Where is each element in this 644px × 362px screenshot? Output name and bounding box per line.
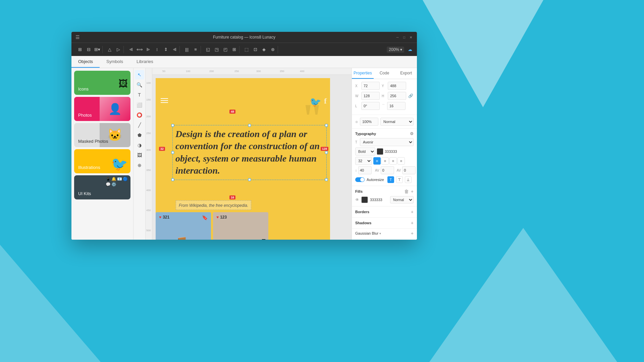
zoom-control[interactable]: 200% ▾ [387, 47, 404, 53]
fills-add-btn[interactable]: + [411, 189, 414, 194]
tool-mask[interactable]: ◑ [135, 140, 144, 150]
toolbar-icon-grid2[interactable]: ⊞▾ [94, 46, 101, 53]
minimize-button[interactable]: ─ [395, 35, 399, 39]
toolbar-icon-pages[interactable]: ⊞ [76, 46, 84, 53]
font-family-select[interactable]: Avenir Helvetica Arial [360, 138, 414, 146]
align-right-icon[interactable]: ⫸ [145, 46, 152, 53]
tool-component[interactable]: ⊕ [135, 161, 144, 170]
union-icon[interactable]: ◱ [204, 46, 212, 53]
tab-libraries[interactable]: Libraries [130, 56, 160, 68]
flip-vertical-icon[interactable]: △ [106, 46, 113, 53]
prop-tab-properties[interactable]: Properties [352, 68, 374, 79]
fills-delete-btn[interactable]: 🗑 [404, 189, 409, 194]
font-t-label: T [355, 140, 359, 144]
align-left-btn[interactable]: ≡ [373, 157, 381, 165]
font-color-swatch[interactable] [377, 148, 383, 155]
blend-mode-select[interactable]: Normal Multiply Screen [380, 118, 414, 126]
component-icon[interactable]: ◈ [260, 46, 268, 53]
prop-tab-code[interactable]: Code [374, 68, 395, 79]
shadows-section: Shadows + [352, 218, 417, 229]
tab-symbols[interactable]: Symbols [100, 56, 130, 68]
library-card-illustrations[interactable]: Illustrations 🐦 [74, 149, 130, 173]
rotation-input[interactable] [361, 102, 380, 110]
y-input[interactable] [388, 82, 406, 90]
gaussian-blur-add-btn[interactable]: + [411, 231, 414, 236]
align-center-h-icon[interactable]: ⟺ [136, 46, 143, 53]
tool-line[interactable]: ╱ [135, 120, 144, 130]
close-button[interactable]: ✕ [409, 35, 413, 39]
corner-input[interactable] [387, 102, 406, 110]
align-bottom-icon[interactable]: ⫷ [171, 46, 178, 53]
handle-bottom-right[interactable] [325, 178, 328, 181]
handle-top-right[interactable] [325, 124, 328, 127]
tool-text[interactable]: T [135, 90, 144, 100]
h-input[interactable] [388, 92, 406, 100]
fill-blend-select[interactable]: Normal Multiply [390, 196, 414, 203]
frame-icon[interactable]: ⬚ [243, 46, 250, 53]
clip-icon[interactable]: ⊡ [252, 46, 259, 53]
tool-vector[interactable]: ⬟ [135, 130, 144, 140]
align-top-icon[interactable]: ⫶ [153, 46, 161, 53]
canvas-area[interactable]: 50 100 200 250 300 350 400 100 150 200 2… [146, 68, 352, 240]
x-input[interactable] [361, 82, 380, 90]
tool-rectangle[interactable]: ⬜ [135, 100, 144, 110]
tool-ellipse[interactable]: ⭕ [135, 110, 144, 120]
align-right-btn[interactable]: ≡ [389, 157, 397, 165]
typography-settings-icon[interactable]: ⚙ [410, 131, 414, 136]
align-justify-btn[interactable]: ≡ [397, 157, 405, 165]
borders-add-btn[interactable]: + [411, 209, 414, 215]
line-height-input[interactable] [358, 166, 372, 174]
library-card-photos[interactable]: Photos 👤 [74, 97, 130, 121]
fill-visibility-icon[interactable]: 👁 [355, 197, 359, 202]
maximize-button[interactable]: □ [402, 35, 406, 39]
handle-top-center[interactable] [248, 124, 251, 127]
font-size-select[interactable]: 32 24 48 [355, 157, 372, 165]
autoresize-toggle[interactable] [355, 177, 365, 182]
fill-color-swatch[interactable] [361, 196, 368, 203]
symbol-icon[interactable]: ⊛ [269, 46, 276, 53]
shadows-add-btn[interactable]: + [411, 220, 414, 226]
subtract-icon[interactable]: ◳ [213, 46, 220, 53]
intersect-icon[interactable]: ◰ [222, 46, 229, 53]
text-transform-btn[interactable]: T [387, 176, 394, 183]
handle-middle-right[interactable] [325, 151, 328, 154]
text-align-v-bottom[interactable]: ⊥ [405, 176, 412, 183]
align-center-btn[interactable]: ≡ [381, 157, 389, 165]
cloud-icon[interactable]: ☁ [406, 46, 414, 53]
w-input[interactable] [361, 92, 380, 100]
opacity-input[interactable] [360, 118, 378, 126]
tool-image[interactable]: 🖼 [135, 150, 144, 160]
handle-top-left[interactable] [171, 124, 174, 127]
tool-zoom[interactable]: 🔍 [135, 80, 144, 89]
toolbar-group-flip: △ ▷ [105, 46, 124, 53]
library-card-masked[interactable]: Masked Photos 🐱 [74, 123, 130, 147]
flip-horizontal-icon[interactable]: ▷ [115, 46, 122, 53]
library-card-uikits[interactable]: UI Kits 📱🔔📧 🔵💬⚙️ [74, 175, 130, 199]
align-left-icon[interactable]: ⫷ [127, 46, 135, 53]
library-card-icons[interactable]: Icons 🖼 [74, 71, 130, 95]
prop-tab-export[interactable]: Export [395, 68, 417, 79]
distribute-h-icon[interactable]: ||| [183, 46, 191, 53]
handle-bottom-left[interactable] [171, 178, 174, 181]
letter-spacing-input[interactable] [381, 166, 394, 174]
align-middle-v-icon[interactable]: ⇕ [162, 46, 169, 53]
tool-select[interactable]: ↖ [135, 70, 144, 79]
text-align-v-top[interactable]: ⊤ [396, 176, 403, 183]
word-spacing-input[interactable] [402, 166, 416, 174]
library-photos-label: Photos [78, 113, 92, 118]
link-proportions-icon[interactable]: 🔗 [408, 94, 413, 98]
handle-bottom-center[interactable] [248, 178, 251, 181]
distribute-v-icon[interactable]: ≡ [192, 46, 199, 53]
font-style-select[interactable]: Bold Regular Italic [355, 147, 375, 156]
handle-middle-left[interactable] [171, 151, 174, 154]
y-label: Y [382, 84, 386, 88]
hamburger-icon[interactable]: ☰ [75, 35, 80, 40]
difference-icon[interactable]: ⊞ [230, 46, 238, 53]
sub-text: From Wikipedia, the free encyclopedia. [179, 203, 248, 208]
toolbar-icon-grid[interactable]: ⊟ [85, 46, 92, 53]
properties-panel: Properties Code Export X Y W H [352, 68, 417, 240]
gaussian-blur-section: Gaussian Blur ▾ + [352, 229, 417, 238]
tab-objects[interactable]: Objects [71, 56, 100, 68]
text-block-selected[interactable]: Design is the creation of a plan or conv… [172, 125, 327, 180]
gaussian-expand-icon[interactable]: ▾ [379, 232, 381, 235]
